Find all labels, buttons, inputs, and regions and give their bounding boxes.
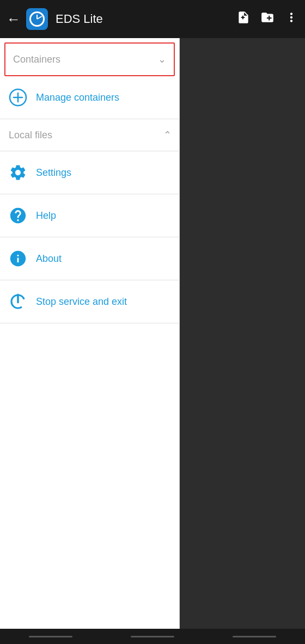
help-label: Help [36, 210, 56, 222]
gear-icon [9, 163, 27, 182]
containers-label: Containers [13, 54, 60, 65]
more-options-button[interactable] [284, 10, 298, 28]
power-icon [9, 292, 27, 311]
new-folder-button[interactable] [260, 10, 274, 28]
stop-service-item[interactable]: Stop service and exit [0, 280, 179, 323]
containers-dropdown[interactable]: Containers ⌄ [5, 44, 174, 75]
app-icon-clock [29, 11, 45, 27]
info-icon [9, 249, 27, 268]
top-bar-left: ← EDS Lite [7, 8, 103, 30]
bottom-nav-home[interactable] [131, 636, 174, 637]
new-file-icon [236, 10, 251, 24]
manage-containers-label: Manage containers [36, 92, 119, 103]
chevron-down-icon: ⌄ [158, 53, 166, 65]
top-bar-actions [236, 10, 298, 28]
help-item[interactable]: Help [0, 194, 179, 237]
back-button[interactable]: ← [7, 11, 21, 28]
bottom-nav-recents[interactable] [233, 636, 276, 637]
settings-item[interactable]: Settings [0, 151, 179, 194]
app-icon [26, 8, 48, 30]
more-options-icon [284, 10, 298, 24]
help-icon [9, 206, 27, 225]
sidebar: Containers ⌄ Manage containers Local fil… [0, 38, 180, 644]
right-panel [180, 38, 305, 644]
containers-section: Containers ⌄ [4, 42, 175, 76]
circle-plus-icon [9, 88, 27, 107]
manage-containers-item[interactable]: Manage containers [0, 76, 179, 119]
new-folder-icon [260, 10, 274, 24]
settings-label: Settings [36, 167, 71, 179]
top-bar: ← EDS Lite [0, 0, 305, 38]
about-label: About [36, 253, 62, 265]
local-files-label: Local files [9, 130, 52, 141]
bottom-nav-back[interactable] [29, 636, 72, 637]
app-title: EDS Lite [56, 12, 103, 26]
about-item[interactable]: About [0, 237, 179, 280]
main-layout: Containers ⌄ Manage containers Local fil… [0, 38, 305, 644]
stop-service-label: Stop service and exit [36, 296, 127, 308]
bottom-nav [0, 629, 305, 644]
local-files-section[interactable]: Local files ⌃ [0, 119, 179, 151]
new-file-button[interactable] [236, 10, 251, 28]
chevron-up-icon: ⌃ [163, 129, 172, 141]
